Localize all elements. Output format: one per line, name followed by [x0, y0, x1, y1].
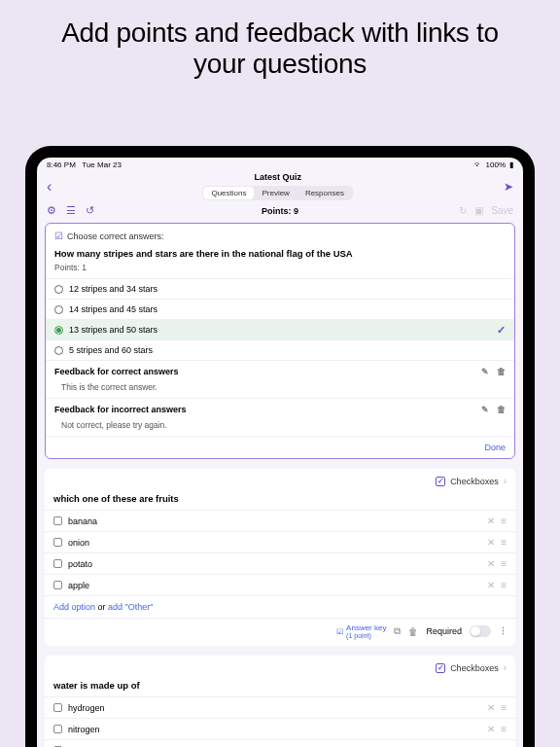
checkbox-type-icon: ✓	[436, 477, 445, 486]
remove-icon[interactable]: ✕	[487, 558, 495, 569]
drag-handle-icon[interactable]: ≡	[501, 702, 507, 713]
option-text: hydrogen	[68, 703, 481, 713]
choose-answers-label: Choose correct answers:	[67, 231, 164, 241]
question-card-3: ✓ Checkboxes › water is made up of hydro…	[45, 656, 515, 747]
feedback-incorrect-text: Not correct, please try again.	[46, 417, 514, 436]
chevron-right-icon: ›	[504, 662, 507, 673]
more-icon[interactable]: ⋮	[499, 626, 507, 636]
option-row-correct[interactable]: 13 stripes and 50 stars ✓	[46, 319, 514, 339]
tab-preview[interactable]: Preview	[254, 187, 297, 199]
option-row[interactable]: onion ✕≡	[45, 531, 515, 552]
option-row[interactable]: 5 stripes and 60 stars	[46, 339, 514, 360]
trash-icon[interactable]: 🗑	[497, 405, 506, 414]
radio-icon	[54, 346, 63, 355]
toolbar: ⚙ ☰ ↺ Points: 9 ↻ ▣ Save	[37, 200, 523, 223]
question-card-2: ✓ Checkboxes › which one of these are fr…	[45, 469, 515, 646]
camera-icon[interactable]: ▣	[474, 205, 483, 216]
chevron-right-icon: ›	[504, 476, 507, 486]
checkbox-icon	[53, 703, 62, 712]
option-text: apple	[68, 581, 481, 590]
done-button[interactable]: Done	[46, 436, 514, 458]
option-row[interactable]: sulphur ✕≡	[45, 739, 515, 747]
device-frame: 8:46 PM Tue Mar 23 ᯤ 100% ▮ ‹ Latest Qui…	[25, 146, 535, 747]
required-toggle[interactable]	[470, 625, 491, 637]
feedback-correct-label: Feedback for correct answers	[54, 367, 179, 376]
option-row[interactable]: banana ✕≡	[45, 510, 515, 531]
device-screen: 8:46 PM Tue Mar 23 ᯤ 100% ▮ ‹ Latest Qui…	[37, 158, 523, 747]
status-date: Tue Mar 23	[82, 160, 122, 169]
option-text: nitrogen	[68, 725, 481, 734]
feedback-correct-text: This is the correct answer.	[46, 379, 514, 398]
remove-icon[interactable]: ✕	[487, 580, 495, 590]
add-other-link[interactable]: add "Other"	[108, 602, 153, 612]
option-text: 12 stripes and 34 stars	[69, 284, 506, 294]
question-text: How many stripes and stars are there in …	[46, 246, 514, 263]
checkbox-icon	[53, 538, 62, 547]
edit-icon[interactable]: ✎	[481, 405, 489, 414]
question-type-label[interactable]: Checkboxes	[450, 477, 499, 486]
feedback-correct-header: Feedback for correct answers ✎ 🗑	[46, 360, 514, 379]
page-title: Latest Quiz	[52, 172, 504, 182]
option-row[interactable]: apple ✕≡	[45, 574, 515, 595]
tab-questions[interactable]: Questions	[203, 187, 254, 199]
question-card-1: ☑ Choose correct answers: How many strip…	[45, 223, 515, 459]
content-area: ☑ Choose correct answers: How many strip…	[37, 223, 523, 747]
drag-handle-icon[interactable]: ≡	[501, 516, 507, 526]
option-row[interactable]: hydrogen ✕≡	[45, 696, 515, 718]
option-row[interactable]: 14 stripes and 45 stars	[46, 299, 514, 319]
question-text: water is made up of	[45, 676, 515, 696]
option-text: onion	[68, 538, 481, 548]
or-text: or	[95, 602, 108, 612]
send-button[interactable]: ➤	[504, 180, 513, 194]
question-points: Points: 1	[46, 263, 514, 278]
promo-title: Add points and feedback with links to yo…	[0, 0, 560, 95]
tab-responses[interactable]: Responses	[298, 187, 352, 199]
wifi-icon: ᯤ	[474, 160, 482, 169]
remove-icon[interactable]: ✕	[487, 516, 495, 526]
required-label: Required	[426, 626, 462, 636]
drag-handle-icon[interactable]: ≡	[501, 580, 507, 590]
option-text: 14 stripes and 45 stars	[69, 304, 506, 314]
edit-icon[interactable]: ✎	[481, 367, 489, 376]
checkbox-type-icon: ✓	[436, 663, 445, 673]
status-bar: 8:46 PM Tue Mar 23 ᯤ 100% ▮	[37, 158, 523, 170]
remove-icon[interactable]: ✕	[487, 537, 495, 548]
list-icon[interactable]: ☰	[66, 204, 76, 217]
battery-icon: ▮	[509, 160, 513, 169]
add-option-row: Add option or add "Other"	[45, 595, 515, 618]
drag-handle-icon[interactable]: ≡	[501, 724, 507, 734]
option-row[interactable]: potato ✕≡	[45, 552, 515, 574]
card-footer: ☑ Answer key (1 point) ⧉ 🗑 Required ⋮	[45, 618, 515, 646]
undo-icon[interactable]: ↺	[86, 204, 94, 217]
drag-handle-icon[interactable]: ≡	[501, 558, 507, 569]
redo-icon[interactable]: ↻	[459, 205, 467, 216]
checkmark-icon: ✓	[497, 324, 506, 337]
option-text: 13 stripes and 50 stars	[69, 325, 506, 335]
gear-icon[interactable]: ⚙	[47, 204, 56, 217]
answer-key-icon: ☑	[54, 231, 63, 241]
question-type-label[interactable]: Checkboxes	[450, 663, 499, 673]
answer-key-button[interactable]: ☑ Answer key (1 point)	[336, 623, 386, 639]
option-text: banana	[68, 516, 481, 526]
answer-key-icon: ☑	[336, 627, 343, 636]
radio-icon	[54, 285, 63, 294]
option-row[interactable]: 12 stripes and 34 stars	[46, 278, 514, 299]
option-row[interactable]: nitrogen ✕≡	[45, 718, 515, 739]
option-text: 5 stripes and 60 stars	[69, 345, 506, 355]
checkbox-icon	[53, 581, 62, 589]
status-left: 8:46 PM Tue Mar 23	[47, 160, 122, 169]
trash-icon[interactable]: 🗑	[408, 626, 418, 637]
remove-icon[interactable]: ✕	[487, 724, 495, 734]
add-option-link[interactable]: Add option	[53, 602, 95, 612]
drag-handle-icon[interactable]: ≡	[501, 537, 507, 548]
feedback-incorrect-header: Feedback for incorrect answers ✎ 🗑	[46, 398, 514, 417]
nav-bar: ‹ Latest Quiz Questions Preview Response…	[37, 170, 523, 200]
segmented-control: Questions Preview Responses	[202, 186, 353, 200]
radio-icon	[54, 305, 63, 314]
save-button[interactable]: Save	[491, 205, 513, 216]
checkbox-icon	[53, 725, 62, 733]
trash-icon[interactable]: 🗑	[497, 367, 506, 376]
copy-icon[interactable]: ⧉	[394, 625, 401, 637]
remove-icon[interactable]: ✕	[487, 702, 495, 713]
question-text: which one of these are fruits	[45, 489, 515, 510]
